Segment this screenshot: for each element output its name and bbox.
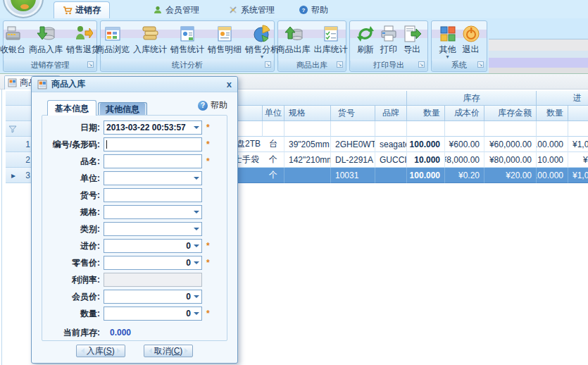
stockout-stats-button[interactable]: 出库统计	[313, 23, 349, 55]
filter-cell[interactable]	[407, 121, 445, 137]
dialog-launcher-icon[interactable]: ↘	[265, 61, 271, 68]
cell-unit[interactable]: 个	[263, 152, 284, 168]
ribbon-tab-system[interactable]: 系统管理	[220, 1, 283, 18]
tab-basic-info[interactable]: 基本信息	[47, 100, 96, 116]
cell-extra[interactable]: ¥1,0	[568, 168, 588, 183]
required-asterisk: *	[206, 156, 212, 166]
export-button[interactable]: 导出	[401, 23, 423, 55]
close-icon[interactable]: x	[227, 80, 232, 89]
goods-browse-button[interactable]: 商品浏览	[94, 23, 131, 55]
ribbon-tab-members[interactable]: 会员管理	[144, 1, 208, 18]
col-header-spec[interactable]: 规格	[284, 106, 331, 121]
spec-combo[interactable]	[104, 205, 202, 219]
tools-icon	[228, 5, 238, 15]
cell-qty2[interactable]: 100.000	[537, 168, 568, 183]
button-label: 刷新	[357, 44, 374, 54]
dropdown-arrow-icon	[194, 228, 199, 230]
cell-extra[interactable]: ¥	[568, 152, 588, 168]
cell-extra[interactable]: ¥1,0	[568, 137, 588, 152]
col-header-extra[interactable]	[568, 106, 588, 121]
date-combo[interactable]: 2013-03-22 00:53:57	[104, 120, 202, 135]
cell-spec[interactable]	[284, 168, 331, 183]
other-button[interactable]: 其他	[437, 23, 459, 60]
cell-qty2[interactable]: 10.000	[537, 152, 568, 168]
filter-cell[interactable]	[568, 121, 588, 137]
filter-cell[interactable]	[537, 121, 568, 137]
sales-stats-button[interactable]: 销售统计	[169, 23, 206, 55]
filter-cell[interactable]	[331, 121, 375, 137]
cancel-button[interactable]: 取消(C)	[144, 345, 194, 357]
stockin-stats-button[interactable]: 入库统计	[132, 23, 168, 55]
filter-cell[interactable]	[284, 121, 331, 137]
name-input[interactable]	[104, 154, 202, 168]
category-combo[interactable]	[104, 222, 202, 236]
cell-qty[interactable]: 100.000	[407, 168, 445, 183]
dropdown-arrow-icon	[194, 312, 199, 315]
cell-art[interactable]: 2GHE0WTZ	[331, 137, 375, 152]
col-header-cost[interactable]: 成本价	[445, 106, 484, 121]
help-link[interactable]: ? 帮助	[198, 99, 227, 111]
print-button[interactable]: 打印	[377, 23, 400, 55]
cell-unit[interactable]: 个	[263, 168, 284, 183]
goods-out-button[interactable]: 商品出库	[275, 23, 312, 55]
cell-art[interactable]: DL-2291A	[331, 152, 375, 168]
cell-cost[interactable]: ¥600.00	[445, 137, 484, 152]
cashier-button[interactable]: 收银台	[0, 23, 27, 55]
unit-combo[interactable]	[104, 171, 202, 185]
exit-button[interactable]: 退出	[460, 23, 482, 55]
goods-in-button[interactable]: 商品入库	[27, 23, 64, 55]
dialog-launcher-icon[interactable]: ↘	[337, 61, 343, 68]
ribbon-tab-label: 会员管理	[165, 4, 199, 16]
band-header-purchase[interactable]: 进	[537, 91, 588, 106]
cell-amount[interactable]: ¥20.00	[484, 168, 537, 183]
cell-spec[interactable]: 142"210mm	[284, 152, 331, 168]
filter-cell[interactable]	[375, 121, 407, 137]
band-header-stock[interactable]: 库存	[407, 91, 537, 106]
dialog-launcher-icon[interactable]: ↘	[87, 61, 94, 68]
ribbon-tab-inventory[interactable]: 进销存	[54, 1, 110, 18]
stock-in-button[interactable]: 入库(S)	[76, 345, 125, 357]
col-header-qty[interactable]: 数量	[407, 106, 445, 121]
purchase-price-spin[interactable]: 0	[104, 239, 202, 253]
dialog-title-bar[interactable]: 商品入库 x	[32, 77, 237, 92]
quantity-spin[interactable]: 0	[104, 307, 202, 321]
col-header-qty2[interactable]: 数量	[537, 106, 568, 121]
cell-qty[interactable]: 100.000	[407, 137, 445, 152]
ribbon-tab-help[interactable]: ? 帮助	[290, 1, 337, 18]
button-label: 商品入库	[29, 44, 63, 54]
col-header-unit[interactable]: 单位	[263, 106, 284, 121]
margin-field-disabled	[104, 273, 202, 287]
cell-cost[interactable]: ¥0.20	[445, 168, 484, 183]
cell-spec[interactable]: 39"205mm	[284, 137, 331, 152]
col-header-amount[interactable]: 库存金额	[484, 106, 537, 121]
cell-unit[interactable]: 台	[263, 137, 284, 152]
cell-brand[interactable]	[375, 168, 407, 183]
member-price-spin[interactable]: 0	[104, 290, 202, 304]
col-header-brand[interactable]: 品牌	[375, 106, 407, 121]
refresh-button[interactable]: 刷新	[354, 23, 377, 55]
cell-brand[interactable]: GUCCI	[375, 152, 407, 168]
filter-cell[interactable]	[484, 121, 537, 137]
dialog-launcher-icon[interactable]: ↘	[418, 61, 425, 68]
code-input[interactable]	[104, 137, 202, 151]
cell-art[interactable]: 10031	[331, 168, 375, 183]
application-orb-button[interactable]	[3, 0, 44, 18]
art-input[interactable]	[104, 188, 202, 202]
dialog-launcher-icon[interactable]: ↘	[477, 61, 484, 68]
cell-qty2[interactable]: 100.000	[537, 137, 568, 152]
cash-register-icon	[3, 24, 23, 44]
cell-brand[interactable]: seagate	[375, 137, 407, 152]
cell-amount[interactable]: ¥60,000.00	[484, 137, 537, 152]
col-header-art[interactable]: 货号	[331, 106, 375, 121]
tab-other-info[interactable]: 其他信息	[98, 102, 147, 116]
dialog-buttons: 入库(S) 取消(C)	[32, 345, 237, 357]
cell-cost[interactable]: ¥8,000.00	[445, 152, 484, 168]
dropdown-arrow-icon	[194, 126, 199, 129]
filter-cell[interactable]	[263, 121, 284, 137]
cell-qty[interactable]: 10.000	[407, 152, 445, 168]
filter-cell[interactable]	[445, 121, 484, 137]
sales-detail-button[interactable]: 销售明细	[206, 23, 243, 55]
retail-price-spin[interactable]: 0	[104, 256, 202, 270]
dropdown-arrow-icon	[194, 261, 199, 264]
cell-amount[interactable]: ¥80,000.00	[484, 152, 537, 168]
